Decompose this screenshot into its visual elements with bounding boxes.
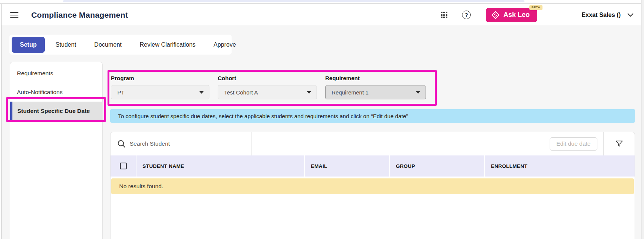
info-banner: To configure student specific due dates,… — [110, 109, 635, 123]
program-label: Program — [111, 75, 209, 81]
column-header-email[interactable]: EMAIL — [305, 155, 390, 177]
cohort-dropdown[interactable]: Test Cohort A — [218, 85, 317, 99]
filter-funnel-icon — [615, 139, 624, 148]
no-results-text: No results found. — [119, 183, 163, 190]
hamburger-menu-icon[interactable] — [10, 12, 18, 18]
search-student-input[interactable] — [130, 140, 235, 147]
program-value: PT — [117, 89, 199, 96]
students-table-card: Edit due date STUDENT NAME EMAIL GROUP E… — [110, 132, 635, 239]
window-left-edge — [0, 4, 2, 239]
filter-button[interactable] — [603, 132, 635, 155]
window-right-rail[interactable] — [641, 0, 644, 239]
caret-down-icon — [416, 91, 420, 94]
select-all-cell — [111, 155, 136, 177]
ask-leo-button[interactable]: Ask Leo BETA — [486, 8, 537, 22]
cohort-label: Cohort — [218, 75, 317, 81]
tab-document[interactable]: Document — [85, 37, 131, 52]
tab-approve[interactable]: Approve — [205, 37, 245, 52]
tab-bar: Setup Student Document Review Clarificat… — [9, 35, 232, 55]
table-toolbar: Edit due date — [111, 132, 635, 155]
edit-due-date-button[interactable]: Edit due date — [550, 137, 597, 151]
help-icon[interactable]: ? — [462, 11, 471, 19]
requirement-field: Requirement Requirement 1 — [325, 75, 426, 99]
caret-down-icon — [199, 91, 204, 94]
browser-top-strip — [0, 0, 644, 4]
tab-student[interactable]: Student — [46, 37, 85, 52]
search-area — [111, 132, 252, 155]
requirement-dropdown[interactable]: Requirement 1 — [325, 85, 426, 99]
column-header-group[interactable]: GROUP — [390, 155, 485, 177]
info-banner-text: To configure student specific due dates,… — [118, 113, 408, 119]
sidebar-item-student-specific-due-date[interactable]: Student Specific Due Date — [10, 102, 102, 120]
program-field: Program PT — [111, 75, 209, 99]
browser-tab-remnant — [63, 0, 524, 2]
account-menu[interactable]: Exxat Sales () — [582, 12, 633, 18]
cohort-value: Test Cohort A — [224, 89, 307, 96]
caret-down-icon — [307, 91, 311, 94]
beta-badge: BETA — [529, 5, 542, 10]
no-results-row: No results found. — [111, 178, 634, 194]
ask-leo-label: Ask Leo — [503, 11, 530, 19]
sidebar-item-auto-notifications[interactable]: Auto-Notifications — [10, 83, 102, 102]
search-icon — [117, 140, 126, 148]
tab-setup[interactable]: Setup — [12, 37, 45, 53]
table-header-row: STUDENT NAME EMAIL GROUP ENROLLMENT — [111, 155, 635, 177]
select-all-checkbox[interactable] — [120, 163, 127, 169]
chevron-down-icon — [627, 13, 633, 17]
column-header-student-name[interactable]: STUDENT NAME — [136, 155, 305, 177]
requirement-value: Requirement 1 — [332, 89, 416, 96]
cohort-field: Cohort Test Cohort A — [218, 75, 317, 99]
requirement-label: Requirement — [325, 75, 426, 81]
screen: Compliance Management ? Ask Leo BETA Exx… — [0, 0, 644, 239]
column-header-enrollment[interactable]: ENROLLMENT — [485, 155, 635, 177]
account-name: Exxat Sales () — [582, 12, 621, 18]
page-title: Compliance Management — [31, 11, 128, 20]
tab-review-clarifications[interactable]: Review Clarifications — [131, 37, 205, 52]
header-actions: ? Ask Leo BETA Exxat Sales () — [441, 8, 633, 22]
app-header: Compliance Management ? Ask Leo BETA Exx… — [0, 4, 644, 26]
program-dropdown[interactable]: PT — [111, 85, 209, 99]
app-launcher-icon[interactable] — [441, 12, 447, 18]
leo-logo-icon — [491, 11, 500, 20]
sidebar-item-requirements[interactable]: Requirements — [10, 64, 102, 83]
setup-sidebar: Requirements Auto-Notifications Student … — [10, 62, 103, 239]
